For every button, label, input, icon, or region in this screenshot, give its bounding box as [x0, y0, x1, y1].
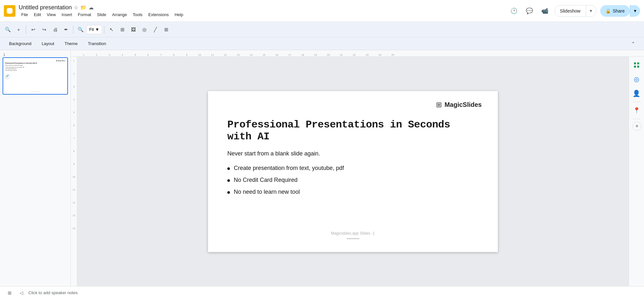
- ms-logo-icon: ⊞: [436, 101, 442, 109]
- slide-footer: Magicslides.app Slides -1: [224, 228, 482, 236]
- zoom-tool[interactable]: 🔍: [75, 24, 86, 35]
- slide-logo-area: ⊞ MagicSlides: [224, 101, 482, 109]
- ruler-mark: 3: [103, 53, 116, 56]
- title-bar: Untitled presentation ☆ 📁 ☁ File Edit Vi…: [0, 0, 644, 22]
- cloud-icon[interactable]: ☁: [89, 5, 94, 11]
- ruler-mark: 19: [309, 53, 322, 56]
- toolbar-divider-1: [26, 26, 26, 33]
- paint-format-tool[interactable]: ✒: [61, 24, 71, 35]
- app-logo: [4, 5, 15, 17]
- share-dropdown-arrow[interactable]: ▼: [630, 5, 640, 17]
- sheets-icon[interactable]: [631, 59, 642, 71]
- ruler-mark: 8: [167, 53, 180, 56]
- menu-view[interactable]: View: [44, 12, 58, 18]
- ruler-left-mark: 3: [71, 86, 77, 98]
- version-history-icon[interactable]: 🕐: [508, 5, 520, 17]
- transition-btn[interactable]: Transition: [84, 40, 110, 47]
- lock-icon: 🔒: [605, 8, 611, 14]
- slide-viewport[interactable]: ⊞ MagicSlides Professional Presentations…: [77, 57, 629, 286]
- ruler-mark: 14: [245, 53, 258, 56]
- ruler-left-mark: 9: [71, 163, 77, 176]
- bullet-dot-1: [227, 167, 230, 170]
- menu-file[interactable]: File: [19, 12, 31, 18]
- menu-help[interactable]: Help: [172, 12, 186, 18]
- undo-tool[interactable]: ↩: [28, 24, 38, 35]
- add-more-button[interactable]: +: [632, 122, 641, 131]
- comment-icon[interactable]: 💬: [524, 5, 535, 17]
- ruler-mark: 25: [386, 53, 399, 56]
- svg-rect-1: [637, 62, 639, 64]
- doc-title-row: Untitled presentation ☆ 📁 ☁: [19, 4, 186, 11]
- contacts-icon[interactable]: 👤: [631, 88, 642, 99]
- share-button[interactable]: 🔒 Share: [600, 5, 630, 17]
- menu-format[interactable]: Format: [75, 12, 94, 18]
- document-title[interactable]: Untitled presentation: [19, 4, 72, 11]
- select-tool[interactable]: ↖: [106, 24, 117, 35]
- slide-bullet-2[interactable]: No Credit Card Required: [227, 177, 478, 183]
- ruler-left: 1 2 3 4 5 6 7 8 9 10 11 12 13 14: [71, 57, 77, 286]
- bullet-text-2: No Credit Card Required: [234, 177, 298, 183]
- collapse-btn[interactable]: ⌃: [628, 40, 639, 47]
- ruler-left-mark: 5: [71, 111, 77, 124]
- video-call-icon[interactable]: 📹: [539, 5, 551, 17]
- format-toolbar: Background Layout Theme Transition ⌃: [0, 37, 644, 50]
- svg-rect-2: [634, 66, 636, 68]
- background-btn[interactable]: Background: [5, 40, 35, 47]
- frame-tool[interactable]: ⊞: [117, 24, 128, 35]
- slide-thumbnail: ■■ MagicSlides Professional Presentation…: [3, 58, 67, 94]
- thumb-bullet-3: • No need to learn new tool: [5, 70, 65, 71]
- slide-bullet-3[interactable]: No need to learn new tool: [227, 189, 478, 195]
- redo-tool[interactable]: ↪: [39, 24, 49, 35]
- slide-main-title[interactable]: Professional Presentations in Seconds wi…: [227, 119, 478, 143]
- print-tool[interactable]: 🖨: [50, 24, 60, 35]
- slideshow-button-group: Slideshow ▼: [554, 5, 596, 17]
- grid-view-icon[interactable]: ⊞: [5, 288, 14, 297]
- ruler-mark: 22: [348, 53, 361, 56]
- ruler-left-mark: 8: [71, 150, 77, 163]
- slide-bullet-1[interactable]: Create presentation from text, youtube, …: [227, 165, 478, 172]
- title-bar-right: 🕐 💬 📹 Slideshow ▼ 🔒 Share ▼: [508, 5, 640, 17]
- collapse-panel-icon[interactable]: ◁: [17, 288, 26, 297]
- menu-tools[interactable]: Tools: [130, 12, 145, 18]
- main-area: 1 ■■ MagicSlides Professional Presentati…: [0, 50, 644, 286]
- toolbar-divider-2: [73, 26, 73, 33]
- theme-btn[interactable]: Theme: [61, 40, 81, 47]
- more-tools[interactable]: ⊞: [161, 24, 171, 35]
- bullet-dot-2: [227, 179, 230, 182]
- slideshow-dropdown-arrow[interactable]: ▼: [586, 5, 596, 16]
- slide-link-icon: 🔗: [5, 73, 10, 79]
- line-tool[interactable]: ╱: [150, 24, 160, 35]
- zoom-in-tool[interactable]: +: [14, 24, 24, 35]
- menu-extensions[interactable]: Extensions: [146, 12, 172, 18]
- search-tool[interactable]: 🔍: [3, 24, 13, 35]
- zoom-select[interactable]: Fit ▼: [86, 25, 102, 34]
- menu-slide[interactable]: Slide: [94, 12, 109, 18]
- slide-thumbnail-wrapper[interactable]: ■■ MagicSlides Professional Presentation…: [3, 57, 68, 95]
- slide-drag-handle[interactable]: [346, 238, 359, 239]
- slide-number: 1: [3, 53, 68, 57]
- thumb-footer: Magicslides.app Slides -1: [5, 91, 65, 92]
- ruler-mark: 12: [219, 53, 232, 56]
- slide-subtitle[interactable]: Never start from a blank slide again.: [227, 150, 478, 157]
- slideshow-button[interactable]: Slideshow: [555, 5, 586, 16]
- shapes-tool[interactable]: ◎: [139, 24, 149, 35]
- menu-insert[interactable]: Insert: [59, 12, 75, 18]
- menu-edit[interactable]: Edit: [31, 12, 43, 18]
- thumb-bullet-2: • No Credit Card Required: [5, 68, 65, 70]
- ruler-left-mark: 11: [71, 189, 77, 201]
- menu-arrange[interactable]: Arrange: [109, 12, 129, 18]
- folder-icon[interactable]: 📁: [80, 5, 87, 11]
- slide-content[interactable]: Professional Presentations in Seconds wi…: [224, 119, 482, 215]
- star-icon[interactable]: ☆: [74, 5, 78, 11]
- image-tool[interactable]: 🖼: [128, 24, 138, 35]
- zoom-value: Fit: [89, 27, 94, 32]
- slide-canvas[interactable]: ⊞ MagicSlides Professional Presentations…: [208, 91, 498, 252]
- ruler-top: 1 2 3 4 5 6 7 8 9 10 11 12 13 14 15 16 1…: [71, 50, 644, 57]
- title-section: Untitled presentation ☆ 📁 ☁ File Edit Vi…: [19, 4, 186, 18]
- speaker-notes-placeholder[interactable]: Click to add speaker notes: [28, 290, 639, 295]
- layout-btn[interactable]: Layout: [38, 40, 58, 47]
- right-sidebar: ◎ 👤 📍 +: [629, 57, 644, 286]
- tasks-icon[interactable]: ◎: [631, 73, 642, 85]
- zoom-dropdown-icon: ▼: [95, 27, 99, 32]
- maps-icon[interactable]: 📍: [631, 105, 642, 116]
